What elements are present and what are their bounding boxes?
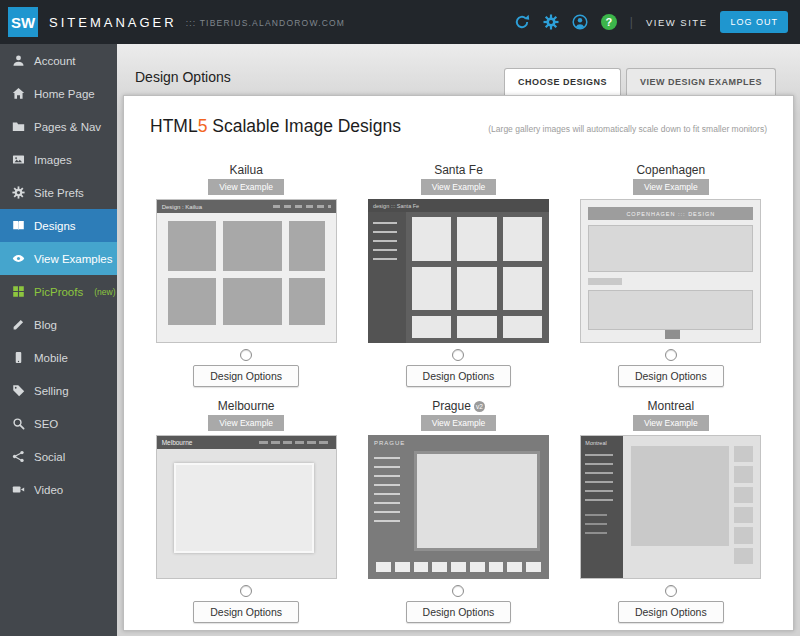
thumb-box — [631, 446, 729, 546]
sidebar-item-images[interactable]: Images — [0, 143, 117, 176]
content-card: HTML5 Scalable Image Designs (Large gall… — [123, 95, 794, 631]
section-title-rest: Scalable Image Designs — [207, 116, 401, 136]
user-account-icon[interactable] — [572, 14, 588, 30]
design-name: Kailua — [229, 163, 262, 177]
thumb-box — [412, 217, 451, 261]
sidebar-item-picproofs[interactable]: PicProofs (new) — [0, 275, 117, 308]
thumb-box — [588, 290, 753, 330]
thumb-filmstrip — [376, 562, 541, 572]
thumb-box — [457, 267, 496, 311]
thumb-box — [588, 278, 622, 285]
thumb-header-text: Montreal — [585, 440, 606, 446]
folder-icon — [12, 120, 25, 133]
thumb-box — [526, 562, 541, 572]
view-example-button[interactable]: View Example — [208, 179, 284, 195]
account-icon — [12, 54, 25, 67]
thumb-box — [414, 451, 540, 551]
tab-bar: CHOOSE DESIGNS VIEW DESIGN EXAMPLES — [499, 68, 776, 95]
design-name: Praguev2 — [432, 399, 485, 413]
design-radio[interactable] — [665, 349, 677, 361]
design-name-text: Santa Fe — [434, 163, 483, 177]
thumb-box — [412, 267, 451, 311]
help-icon[interactable]: ? — [601, 14, 617, 30]
thumb-box — [289, 221, 324, 271]
design-thumbnail-melbourne[interactable]: Melbourne — [156, 435, 337, 579]
design-options-button[interactable]: Design Options — [618, 365, 724, 387]
sidebar-item-video[interactable]: Video — [0, 473, 117, 506]
thumb-box — [588, 225, 753, 272]
design-radio[interactable] — [665, 585, 677, 597]
view-site-link[interactable]: VIEW SITE — [646, 17, 708, 28]
design-radio[interactable] — [240, 349, 252, 361]
thumb-box — [734, 527, 753, 543]
thumb-nav-bars — [273, 205, 331, 208]
thumb-box — [470, 562, 485, 572]
design-name: Montreal — [647, 399, 694, 413]
sidebar-item-designs[interactable]: Designs — [0, 209, 117, 242]
view-example-button[interactable]: View Example — [421, 415, 497, 431]
design-thumbnail-montreal[interactable]: Montreal — [580, 435, 761, 579]
design-card-montreal: Montreal View Example Montreal Design Op… — [580, 399, 761, 623]
design-options-button[interactable]: Design Options — [193, 601, 299, 623]
thumb-box — [412, 316, 451, 338]
thumb-menu-bars — [374, 457, 400, 523]
tab-view-design-examples[interactable]: VIEW DESIGN EXAMPLES — [626, 68, 776, 95]
thumb-box — [174, 463, 314, 553]
thumb-box — [223, 278, 282, 325]
thumb-box — [457, 316, 496, 338]
view-example-button[interactable]: View Example — [633, 179, 709, 195]
design-name-text: Kailua — [229, 163, 262, 177]
sidebar-item-social[interactable]: Social — [0, 440, 117, 473]
thumb-gallery-grid — [168, 221, 325, 325]
thumb-menu-bars — [373, 222, 397, 264]
design-radio[interactable] — [452, 349, 464, 361]
sidebar-item-label: Home Page — [34, 88, 95, 100]
video-camera-icon — [12, 483, 25, 496]
design-thumbnail-santa-fe[interactable]: design ::: Santa Fe — [368, 199, 549, 343]
sidebar-item-view-examples[interactable]: View Examples — [0, 242, 117, 275]
thumb-sidebar — [368, 212, 406, 343]
sidebar-item-seo[interactable]: SEO — [0, 407, 117, 440]
view-example-button[interactable]: View Example — [421, 179, 497, 195]
thumb-box — [223, 221, 282, 271]
tab-choose-designs[interactable]: CHOOSE DESIGNS — [504, 68, 621, 95]
sidebar-item-home-page[interactable]: Home Page — [0, 77, 117, 110]
topbar: SW SITEMANAGER ::: TIBERIUS.ALANDOROW.CO… — [0, 0, 800, 44]
sidebar-item-mobile[interactable]: Mobile — [0, 341, 117, 374]
pencil-icon — [12, 318, 25, 331]
design-radio[interactable] — [452, 585, 464, 597]
design-options-button[interactable]: Design Options — [406, 365, 512, 387]
app-logo[interactable]: SW — [8, 7, 38, 37]
thumb-box — [734, 446, 753, 462]
design-thumbnail-kailua[interactable]: Design : Kailua — [156, 199, 337, 343]
sidebar-item-selling[interactable]: Selling — [0, 374, 117, 407]
thumb-box — [432, 562, 447, 572]
sidebar-item-pages-nav[interactable]: Pages & Nav — [0, 110, 117, 143]
design-thumbnail-copenhagen[interactable]: COPENHAGEN ::: DESIGN — [580, 199, 761, 343]
sidebar-item-site-prefs[interactable]: Site Prefs — [0, 176, 117, 209]
app-root: SW SITEMANAGER ::: TIBERIUS.ALANDOROW.CO… — [0, 0, 800, 636]
view-example-button[interactable]: View Example — [633, 415, 709, 431]
thumb-box — [168, 221, 216, 271]
design-options-button[interactable]: Design Options — [406, 601, 512, 623]
logout-button[interactable]: LOG OUT — [720, 11, 788, 33]
design-thumbnail-prague[interactable]: PRAGUE — [368, 435, 549, 579]
section-title: HTML5 Scalable Image Designs — [150, 116, 401, 137]
design-card-santa-fe: Santa Fe View Example design ::: Santa F… — [368, 163, 549, 387]
sidebar-item-blog[interactable]: Blog — [0, 308, 117, 341]
sidebar-item-label: Pages & Nav — [34, 121, 101, 133]
refresh-icon[interactable] — [514, 14, 530, 30]
design-radio[interactable] — [240, 585, 252, 597]
gear-icon[interactable] — [543, 14, 559, 30]
design-options-button[interactable]: Design Options — [193, 365, 299, 387]
thumb-box — [503, 267, 542, 311]
sidebar-item-label: Mobile — [34, 352, 68, 364]
view-example-button[interactable]: View Example — [208, 415, 284, 431]
sidebar-item-label: Video — [34, 484, 63, 496]
design-version-badge: v2 — [474, 401, 485, 412]
site-domain: ::: TIBERIUS.ALANDOROW.COM — [186, 16, 346, 28]
design-options-button[interactable]: Design Options — [618, 601, 724, 623]
sidebar-item-account[interactable]: Account — [0, 44, 117, 77]
search-icon — [12, 417, 25, 430]
thumb-gallery-grid — [412, 217, 542, 338]
